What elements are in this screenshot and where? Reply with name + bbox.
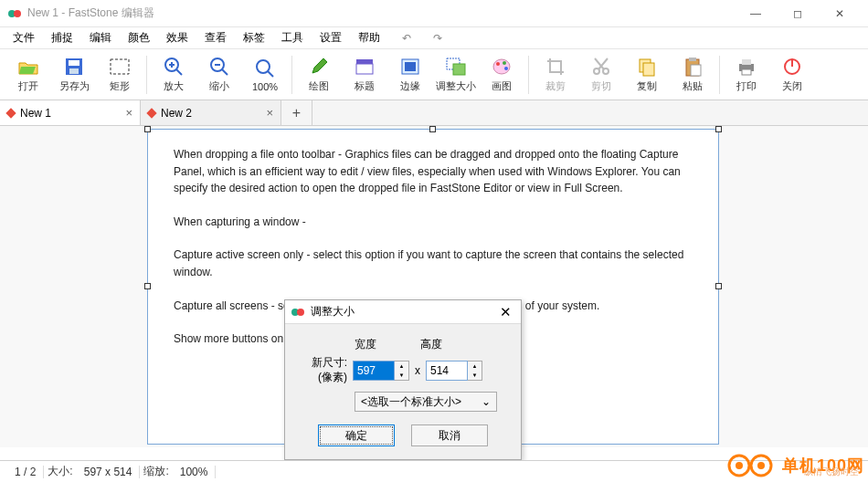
- menu-color[interactable]: 颜色: [121, 28, 157, 47]
- maximize-button[interactable]: ◻: [777, 0, 819, 27]
- width-input[interactable]: [353, 361, 395, 381]
- svg-rect-30: [689, 58, 696, 61]
- standard-size-combo[interactable]: <选取一个标准大小> ⌄: [355, 392, 497, 412]
- svg-point-41: [736, 462, 743, 469]
- minimize-button[interactable]: —: [735, 0, 777, 27]
- menu-settings[interactable]: 设置: [312, 28, 349, 47]
- draw-button[interactable]: 绘图: [296, 51, 342, 99]
- resize-icon: [446, 58, 466, 76]
- watermark: 单机100网 纵情飞扬时空: [727, 453, 864, 478]
- tab-new1[interactable]: New 1×: [0, 100, 141, 125]
- paste-icon: [683, 57, 703, 77]
- caption-button[interactable]: 标题: [342, 51, 387, 99]
- svg-point-22: [496, 62, 500, 66]
- print-button[interactable]: 打印: [724, 51, 769, 99]
- caption-icon: [355, 58, 375, 76]
- resize-button[interactable]: 调整大小: [433, 51, 479, 99]
- tabbar: New 1× New 2× +: [0, 100, 868, 126]
- chevron-down-icon: ⌄: [482, 395, 491, 408]
- page-indicator: 1 / 2: [7, 466, 44, 478]
- cut-button[interactable]: 剪切: [578, 51, 624, 99]
- spin-down-icon[interactable]: ▼: [468, 371, 482, 380]
- canvas-area: When dropping a file onto toolbar - Grap…: [0, 126, 868, 447]
- edge-icon: [400, 58, 420, 76]
- svg-rect-15: [356, 59, 373, 64]
- svg-point-24: [504, 67, 508, 70]
- width-spinner[interactable]: ▲▼: [353, 361, 409, 381]
- edge-button[interactable]: 边缘: [387, 51, 433, 99]
- zoomout-button[interactable]: 缩小: [196, 51, 242, 99]
- folder-open-icon: [17, 58, 39, 76]
- dialog-title: 调整大小: [311, 304, 496, 320]
- spin-up-icon[interactable]: ▲: [395, 362, 408, 371]
- svg-rect-33: [742, 59, 751, 65]
- ok-button[interactable]: 确定: [318, 424, 395, 446]
- crop-button[interactable]: 裁剪: [533, 51, 578, 99]
- paste-button[interactable]: 粘贴: [670, 51, 715, 99]
- selection-handle[interactable]: [715, 126, 722, 132]
- spin-up-icon[interactable]: ▲: [468, 362, 482, 371]
- svg-rect-5: [111, 59, 129, 74]
- rect-button[interactable]: 矩形: [97, 51, 143, 99]
- zoom-in-icon: [164, 57, 184, 77]
- redo-icon[interactable]: ↷: [426, 30, 450, 47]
- svg-line-11: [222, 69, 228, 75]
- close-window-button[interactable]: ✕: [819, 0, 861, 27]
- svg-point-1: [14, 10, 21, 17]
- selection-handle[interactable]: [144, 283, 151, 289]
- resize-dialog: 调整大小 ✕ 宽度 高度 新尺寸: (像素) ▲▼ x ▲▼: [284, 299, 522, 460]
- svg-point-23: [503, 61, 506, 65]
- menu-label[interactable]: 标签: [236, 28, 272, 47]
- svg-point-38: [297, 309, 304, 316]
- svg-rect-28: [643, 63, 654, 76]
- zoom100-button[interactable]: 100%: [242, 51, 288, 99]
- height-input[interactable]: [426, 361, 468, 381]
- menu-capture[interactable]: 捕捉: [44, 28, 80, 47]
- power-icon: [782, 57, 802, 77]
- saveas-button[interactable]: 另存为: [51, 51, 97, 99]
- zoom-value: 100%: [173, 466, 217, 478]
- width-label: 宽度: [355, 337, 376, 352]
- svg-point-21: [493, 59, 510, 74]
- diamond-icon: [146, 108, 156, 118]
- selection-handle[interactable]: [715, 283, 722, 289]
- copy-icon: [637, 57, 657, 77]
- eyes-icon: [727, 453, 775, 478]
- pixels-label: (像素): [296, 371, 347, 385]
- dialog-close-button[interactable]: ✕: [496, 304, 515, 320]
- canvas-button[interactable]: 画图: [479, 51, 524, 99]
- tab-close-icon[interactable]: ×: [125, 106, 132, 120]
- svg-rect-3: [69, 60, 79, 66]
- tab-close-icon[interactable]: ×: [266, 106, 273, 120]
- open-button[interactable]: 打开: [5, 51, 51, 99]
- menu-tool[interactable]: 工具: [274, 28, 311, 47]
- menubar: 文件 捕捉 编辑 颜色 效果 查看 标签 工具 设置 帮助 ↶ ↷: [0, 27, 868, 49]
- times-label: x: [415, 364, 420, 377]
- copy-button[interactable]: 复制: [624, 51, 670, 99]
- menu-help[interactable]: 帮助: [351, 28, 387, 47]
- svg-line-7: [176, 69, 182, 75]
- marquee-icon: [110, 58, 130, 75]
- height-spinner[interactable]: ▲▼: [426, 361, 482, 381]
- svg-rect-16: [356, 64, 373, 74]
- tab-new2[interactable]: New 2×: [141, 100, 281, 125]
- add-tab-button[interactable]: +: [281, 100, 312, 125]
- zoom-100-icon: [255, 58, 275, 79]
- selection-handle[interactable]: [429, 126, 436, 132]
- menu-file[interactable]: 文件: [5, 28, 42, 47]
- app-icon: [7, 6, 22, 21]
- menu-effect[interactable]: 效果: [159, 28, 196, 47]
- cancel-button[interactable]: 取消: [411, 424, 488, 446]
- svg-rect-20: [453, 64, 465, 75]
- printer-icon: [736, 58, 757, 76]
- zoomin-button[interactable]: 放大: [151, 51, 196, 99]
- menu-view[interactable]: 查看: [197, 28, 234, 47]
- spin-down-icon[interactable]: ▼: [395, 371, 408, 380]
- close-button[interactable]: 关闭: [769, 51, 815, 99]
- newsize-label: 新尺寸:: [296, 356, 347, 371]
- selection-handle[interactable]: [144, 126, 151, 132]
- undo-icon[interactable]: ↶: [395, 30, 418, 47]
- toolbar: 打开 另存为 矩形 放大 缩小 100% 绘图 标题 边缘 调整大小 画图 裁剪…: [0, 49, 868, 100]
- save-icon: [64, 57, 84, 77]
- menu-edit[interactable]: 编辑: [82, 28, 119, 47]
